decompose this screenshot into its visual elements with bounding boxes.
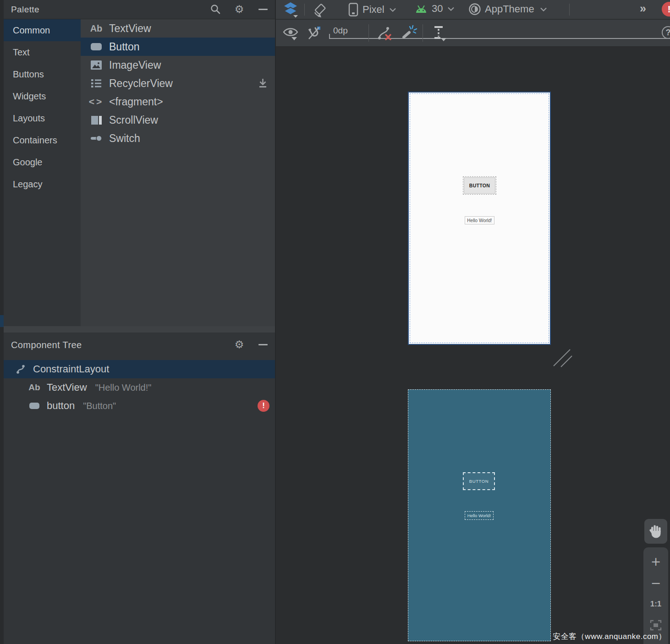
pan-tool-button[interactable] (644, 519, 667, 544)
component-tree-title: Component Tree (11, 340, 82, 350)
component-textview[interactable]: Ab TextView (81, 19, 275, 38)
textview-icon: Ab (89, 22, 104, 35)
component-tree-list: ConstraintLayout Ab TextView "Hello Worl… (4, 360, 275, 415)
tree-item-textview[interactable]: Ab TextView "Hello World!" (4, 378, 275, 397)
component-switch[interactable]: Switch (81, 129, 275, 147)
canvas-resize-handle[interactable] (551, 346, 574, 369)
chevron-down-icon (389, 7, 396, 12)
palette-component-list: Ab TextView Button ImageView (81, 19, 275, 326)
preview-textview-blueprint[interactable]: Hello World! (465, 511, 494, 520)
category-google[interactable]: Google (4, 151, 81, 173)
pack-vertical-icon (431, 25, 449, 42)
component-imageview[interactable]: ImageView (81, 56, 275, 74)
toolbar-separator (368, 24, 369, 42)
magnet-off-icon (306, 25, 323, 41)
preview-button[interactable]: BUTTON (464, 177, 495, 194)
search-icon (209, 3, 221, 15)
eye-icon (282, 25, 299, 41)
android-icon (414, 3, 428, 15)
rotate-device-icon (312, 1, 328, 18)
infer-constraints-button[interactable] (401, 24, 418, 42)
toolbar-separator (569, 4, 570, 16)
button-icon (89, 40, 104, 53)
scrollview-icon (89, 114, 104, 126)
recyclerview-icon (89, 77, 104, 90)
android-studio-layout-editor: Palette ⚙ Common Text Buttons Widgets La… (0, 0, 670, 644)
clear-constraints-button[interactable] (376, 25, 392, 42)
minimize-icon[interactable] (257, 3, 269, 16)
render-error-icon[interactable]: ! (662, 2, 670, 16)
component-button[interactable]: Button (81, 38, 275, 56)
error-badge-icon[interactable]: ! (258, 400, 269, 412)
clear-constraints-icon (376, 25, 392, 42)
gear-icon[interactable]: ⚙ (233, 3, 246, 16)
api-level-selector[interactable]: 30 (414, 3, 455, 15)
component-tree-panel: Component Tree ⚙ ConstraintLayout (4, 333, 275, 644)
category-widgets[interactable]: Widgets (4, 85, 81, 107)
design-toolbar-constraints: 0dp (276, 20, 670, 47)
tree-item-constraintlayout[interactable]: ConstraintLayout (4, 360, 275, 378)
preview-button-blueprint[interactable]: BUTTON (463, 472, 495, 490)
search-icon[interactable] (209, 3, 222, 16)
design-preview-screen[interactable]: BUTTON Hello World! (408, 92, 551, 345)
autoconnect-toggle-button[interactable] (306, 25, 323, 41)
category-common[interactable]: Common (4, 19, 81, 41)
minimize-icon[interactable] (257, 338, 269, 351)
tool-window-strip (0, 0, 4, 644)
component-tree-header: Component Tree ⚙ (4, 333, 275, 357)
phone-icon (348, 3, 358, 16)
watermark-text: 安全客（www.anquanke.com） (553, 631, 666, 642)
button-icon (27, 399, 41, 412)
palette-categories: Common Text Buttons Widgets Layouts Cont… (4, 19, 81, 326)
zoom-actual-size-button[interactable]: 1:1 (650, 598, 662, 611)
category-layouts[interactable]: Layouts (4, 107, 81, 129)
category-text[interactable]: Text (4, 41, 81, 63)
tree-item-button[interactable]: button "Button" ! (4, 397, 275, 415)
component-recyclerview[interactable]: RecyclerView (81, 74, 275, 93)
design-canvas[interactable]: BUTTON Hello World! BUTTON Hello World! (276, 47, 670, 644)
hand-icon (648, 524, 663, 539)
blueprint-preview-screen[interactable]: BUTTON Hello World! (408, 389, 551, 641)
zoom-to-fit-icon[interactable] (649, 618, 663, 632)
textview-icon: Ab (27, 381, 41, 394)
theme-selector[interactable]: AppTheme (468, 3, 547, 16)
tool-window-stripe-button[interactable] (0, 315, 4, 327)
toolbar-separator (304, 4, 305, 16)
switch-icon (89, 132, 104, 145)
gear-icon[interactable]: ⚙ (233, 338, 246, 351)
download-icon[interactable] (257, 77, 269, 92)
theme-icon (468, 3, 481, 16)
chevron-down-icon (540, 7, 547, 12)
chevron-down-icon (447, 6, 455, 11)
fragment-icon: <> (89, 95, 104, 108)
preview-textview[interactable]: Hello World! (465, 216, 494, 224)
zoom-in-button[interactable]: + (651, 555, 661, 568)
category-buttons[interactable]: Buttons (4, 63, 81, 85)
category-legacy[interactable]: Legacy (4, 173, 81, 195)
component-scrollview[interactable]: ScrollView (81, 111, 275, 129)
imageview-icon (89, 59, 104, 71)
design-surface-selector[interactable] (282, 1, 300, 18)
palette-header: Palette ⚙ (4, 0, 275, 19)
pack-align-button[interactable] (431, 25, 449, 42)
component-fragment[interactable]: <> <fragment> (81, 93, 275, 111)
orientation-selector[interactable] (312, 1, 328, 18)
device-selector[interactable]: Pixel (348, 3, 396, 16)
overflow-menu-icon[interactable]: » (640, 2, 645, 15)
design-toolbar-main: Pixel 30 AppTheme (276, 0, 670, 19)
magic-wand-icon (401, 24, 418, 42)
constraintlayout-icon (14, 363, 27, 376)
zoom-controls: + − 1:1 (643, 547, 668, 644)
layers-icon (282, 1, 300, 18)
panel-splitter[interactable] (4, 326, 275, 333)
category-containers[interactable]: Containers (4, 129, 81, 151)
toolbar-separator (423, 24, 423, 42)
view-options-button[interactable] (282, 25, 299, 41)
palette-panel: Palette ⚙ Common Text Buttons Widgets La… (4, 0, 275, 326)
palette-title: Palette (11, 5, 39, 15)
zoom-out-button[interactable]: − (651, 576, 661, 590)
